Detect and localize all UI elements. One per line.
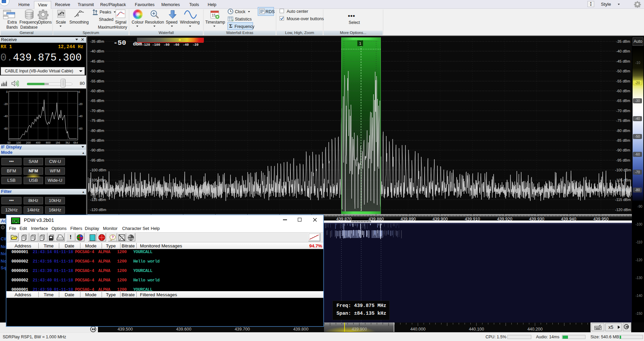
svg-text:?: ? bbox=[112, 235, 114, 239]
